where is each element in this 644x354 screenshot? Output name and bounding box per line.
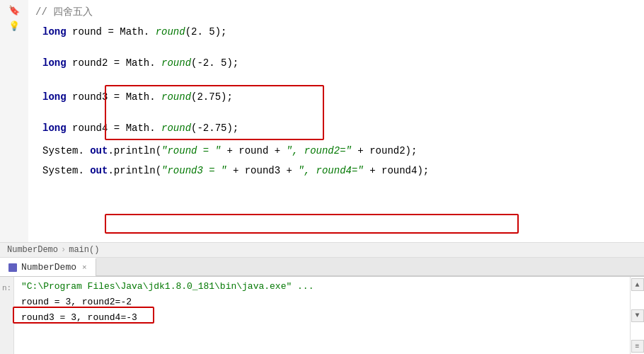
var-6b: round4); xyxy=(381,163,429,178)
breadcrumb-sep: › xyxy=(61,245,66,255)
scroll-up-button[interactable]: ▲ xyxy=(631,278,644,291)
str-6a: "round3 = " xyxy=(161,163,226,178)
comment-text: // 四舍五入 xyxy=(35,4,93,20)
console-left-margin: n: xyxy=(0,277,14,354)
console-content: "C:\Program Files\Java\jdk1.8.0_181\bin\… xyxy=(14,277,630,354)
n-label: n: xyxy=(2,284,11,292)
bulb-icon: 💡 xyxy=(8,18,20,34)
console-row: n: "C:\Program Files\Java\jdk1.8.0_181\b… xyxy=(0,277,644,354)
console-area: n: "C:\Program Files\Java\jdk1.8.0_181\b… xyxy=(0,276,644,354)
code-line-6: System. out .println( "round3 = " + roun… xyxy=(35,163,637,178)
blank-2 xyxy=(35,71,637,86)
tab-label: NumberDemo xyxy=(21,262,76,273)
breadcrumb-class: NumberDemo xyxy=(7,245,58,255)
system-5: System. xyxy=(42,143,90,159)
var-round2: round2 = Math. xyxy=(72,55,161,71)
tab-close-button[interactable]: × xyxy=(82,263,87,272)
plus-5c: + xyxy=(352,143,369,159)
kw-long-3: long xyxy=(42,89,72,105)
red-box-println6 xyxy=(105,214,519,234)
args-1: (2. 5); xyxy=(185,24,227,40)
args-3: (2.75); xyxy=(191,89,233,105)
code-line-3: long round3 = Math. round (2.75); xyxy=(35,89,637,105)
var-5b: round2); xyxy=(369,143,417,159)
blank-1 xyxy=(35,40,637,55)
var-round: round = Math. xyxy=(72,24,156,40)
code-line-4: long round4 = Math. round (-2.75); xyxy=(35,120,637,136)
method-round-3: round xyxy=(161,89,191,105)
scroll-menu-button[interactable]: ≡ xyxy=(631,340,644,353)
method-round-4: round xyxy=(161,120,191,136)
gutter-icons: 🔖 💡 xyxy=(0,0,28,242)
var-6a: round3 xyxy=(245,163,280,178)
code-content: // 四舍五入 long round = Math. round (2. 5);… xyxy=(28,0,644,242)
plus-6a: + xyxy=(226,163,244,178)
breadcrumb: NumberDemo › main() xyxy=(0,242,644,258)
plus-6c: + xyxy=(364,163,381,178)
println-6: .println( xyxy=(108,163,161,178)
args-2: (-2. 5); xyxy=(191,55,238,71)
args-4: (-2.75); xyxy=(191,120,238,136)
red-box-output2 xyxy=(13,307,154,324)
var-round3: round3 = Math. xyxy=(72,89,161,105)
kw-long-4: long xyxy=(42,120,72,136)
var-5a: round xyxy=(238,143,268,159)
blank-4 xyxy=(35,136,637,143)
method-round-1: round xyxy=(156,24,185,40)
kw-long-2: long xyxy=(42,55,72,71)
console-cmd-line: "C:\Program Files\Java\jdk1.8.0_181\bin\… xyxy=(21,280,630,294)
println-5: .println( xyxy=(108,143,161,159)
kw-long-1: long xyxy=(42,24,72,40)
system-6: System. xyxy=(42,163,90,178)
code-line-2: long round2 = Math. round (-2. 5); xyxy=(35,55,637,71)
bookmark-icon: 🔖 xyxy=(8,3,20,18)
method-round-2: round xyxy=(161,55,191,71)
tab-bar: NumberDemo × xyxy=(0,258,644,276)
tab-number-demo[interactable]: NumberDemo × xyxy=(0,258,96,276)
out-6: out xyxy=(90,163,108,178)
out-5: out xyxy=(90,143,108,159)
code-line-1: long round = Math. round (2. 5); xyxy=(35,24,637,40)
tab-icon xyxy=(8,263,17,272)
str-5b: ", round2=" xyxy=(287,143,352,159)
scroll-buttons: ▲ ▼ ≡ xyxy=(630,277,644,354)
comment-line: // 四舍五入 xyxy=(35,4,637,20)
plus-6b: + xyxy=(280,163,298,178)
scroll-down-button[interactable]: ▼ xyxy=(631,309,644,322)
plus-5b: + xyxy=(268,143,286,159)
blank-3 xyxy=(35,105,637,120)
code-line-5: System. out .println( "round = " + round… xyxy=(35,143,637,159)
breadcrumb-method: main() xyxy=(69,245,99,255)
plus-5a: + xyxy=(221,143,238,159)
var-round4: round4 = Math. xyxy=(72,120,161,136)
str-5a: "round = " xyxy=(161,143,221,159)
str-6b: ", round4=" xyxy=(298,163,363,178)
editor-area: 🔖 💡 // 四舍五入 long round = Math. round (2.… xyxy=(0,0,644,242)
